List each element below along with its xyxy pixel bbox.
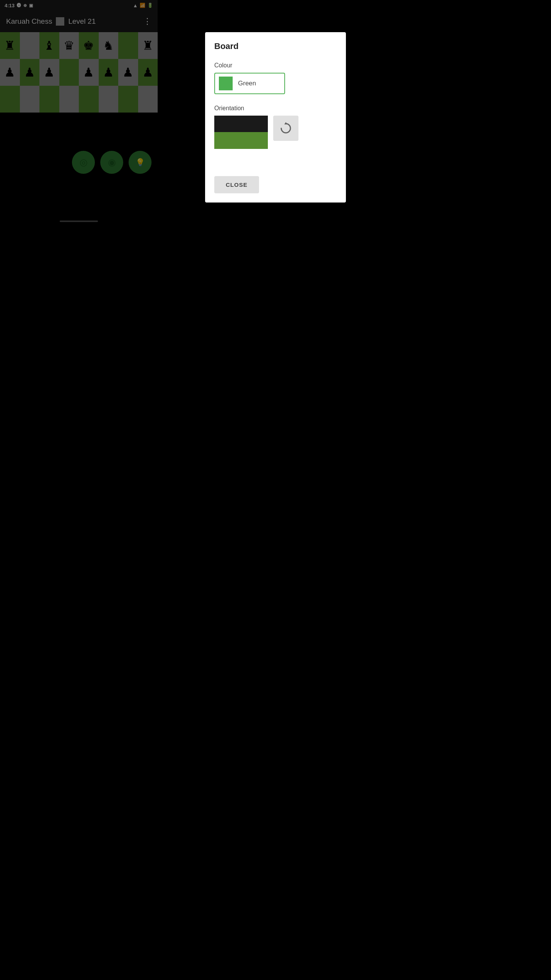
modal-overlay: Board Colour Green Orientation (0, 0, 158, 980)
